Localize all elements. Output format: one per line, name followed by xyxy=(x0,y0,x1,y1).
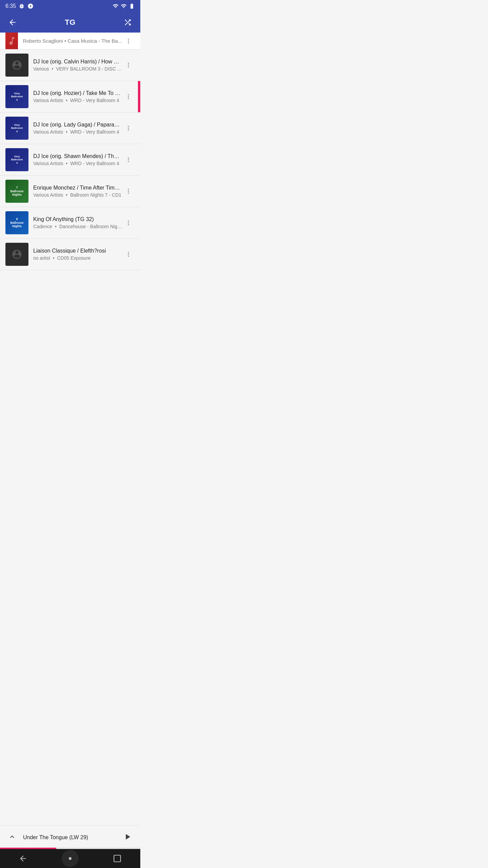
block-icon xyxy=(27,3,34,9)
signal-icon xyxy=(121,3,127,9)
song-meta: no artist • CD05 Exposure xyxy=(33,255,122,261)
list-item[interactable]: Liaison Classique / Elefth?rosi no artis… xyxy=(0,239,140,270)
app-bar: TG xyxy=(0,12,140,33)
more-button[interactable] xyxy=(122,216,135,229)
more-button[interactable] xyxy=(122,248,135,261)
song-artist: Various Artists xyxy=(33,192,63,198)
status-bar: 6:35 xyxy=(0,0,140,12)
album-art-ballroom7: 7BallroomNights xyxy=(5,180,28,203)
more-button[interactable] xyxy=(122,153,135,166)
song-artist: Various Artists xyxy=(33,161,63,166)
song-meta: Various Artists • WRD - Very Ballroom 4 xyxy=(33,129,122,135)
partial-song-meta: Roberto Scaglioni • Casa Musica - The Ba… xyxy=(23,38,122,44)
song-info: DJ Ice (orig. Shawn Mendes) / There'... … xyxy=(33,153,122,166)
song-artist: Various xyxy=(33,66,49,72)
song-artist: Cadence xyxy=(33,224,52,229)
list-item[interactable]: VeryBallroom4 DJ Ice (orig. Hozier) / Ta… xyxy=(0,81,140,113)
song-album: VERY BALLROOM 3 - DISC ONE xyxy=(56,66,122,72)
wifi-icon xyxy=(113,3,119,9)
more-button[interactable] xyxy=(122,185,135,198)
song-info: Enrique Monchez / Time After Time (... V… xyxy=(33,185,122,198)
song-title: King Of Anything (TG 32) xyxy=(33,216,122,222)
shuffle-button[interactable] xyxy=(121,15,135,29)
song-album: CD05 Exposure xyxy=(57,255,91,261)
song-info: DJ Ice (orig. Calvin Harris) / How Dee..… xyxy=(33,59,122,72)
list-item[interactable]: VeryBallroom4 DJ Ice (orig. Lady Gaga) /… xyxy=(0,113,140,144)
status-time: 6:35 xyxy=(5,3,16,9)
album-art-ballroom4-1: VeryBallroom4 xyxy=(5,85,28,108)
song-title: Liaison Classique / Elefth?rosi xyxy=(33,248,122,254)
song-info: Liaison Classique / Elefth?rosi no artis… xyxy=(33,248,122,261)
list-item[interactable]: 7BallroomNights Enrique Monchez / Time A… xyxy=(0,176,140,207)
song-album: WRD - Very Ballroom 4 xyxy=(70,161,119,166)
song-list: Roberto Scaglioni • Casa Musica - The Ba… xyxy=(0,33,140,314)
more-button[interactable] xyxy=(122,90,135,103)
partial-album-art xyxy=(5,33,18,50)
status-icons xyxy=(113,3,135,9)
more-button[interactable] xyxy=(122,122,135,135)
song-album: Ballroom Nights 7 - CD1 xyxy=(70,192,121,198)
back-button[interactable] xyxy=(5,15,20,29)
song-album: Dancehouse - Ballroom Nights... xyxy=(59,224,122,229)
song-meta: Various Artists • WRD - Very Ballroom 4 xyxy=(33,98,122,103)
song-title: DJ Ice (orig. Calvin Harris) / How Dee..… xyxy=(33,59,122,65)
more-button[interactable] xyxy=(122,59,135,72)
song-artist: no artist xyxy=(33,255,50,261)
list-item[interactable]: 8BallroomNights King Of Anything (TG 32)… xyxy=(0,207,140,239)
list-item[interactable]: DJ Ice (orig. Calvin Harris) / How Dee..… xyxy=(0,50,140,81)
album-art-ballroom4-2: VeryBallroom4 xyxy=(5,117,28,140)
song-title: Enrique Monchez / Time After Time (... xyxy=(33,185,122,191)
list-item[interactable]: VeryBallroom4 DJ Ice (orig. Shawn Mendes… xyxy=(0,144,140,176)
song-info: DJ Ice (orig. Hozier) / Take Me To Ch...… xyxy=(33,90,122,103)
song-meta: Various Artists • WRD - Very Ballroom 4 xyxy=(33,161,122,166)
song-meta: Various • VERY BALLROOM 3 - DISC ONE xyxy=(33,66,122,72)
song-title: DJ Ice (orig. Hozier) / Take Me To Ch... xyxy=(33,90,122,96)
partial-more-button[interactable] xyxy=(122,35,135,47)
song-title: DJ Ice (orig. Lady Gaga) / Paparazzi... xyxy=(33,122,122,128)
song-title: DJ Ice (orig. Shawn Mendes) / There'... xyxy=(33,153,122,159)
battery-icon xyxy=(129,3,135,9)
song-meta: Cadence • Dancehouse - Ballroom Nights..… xyxy=(33,224,122,229)
album-art-vinyl-1 xyxy=(5,54,28,77)
bug-icon xyxy=(19,3,25,9)
song-artist: Various Artists xyxy=(33,129,63,135)
song-album: WRD - Very Ballroom 4 xyxy=(70,98,119,103)
album-art-vinyl-2 xyxy=(5,243,28,266)
active-accent xyxy=(138,81,140,112)
song-info: DJ Ice (orig. Lady Gaga) / Paparazzi... … xyxy=(33,122,122,135)
page-title: TG xyxy=(65,18,76,27)
song-artist: Various Artists xyxy=(33,98,63,103)
album-art-ballroom8: 8BallroomNights xyxy=(5,211,28,234)
album-art-ballroom4-3: VeryBallroom4 xyxy=(5,148,28,171)
partial-item[interactable]: Roberto Scaglioni • Casa Musica - The Ba… xyxy=(0,33,140,50)
song-meta: Various Artists • Ballroom Nights 7 - CD… xyxy=(33,192,122,198)
song-info: King Of Anything (TG 32) Cadence • Dance… xyxy=(33,216,122,229)
song-album: WRD - Very Ballroom 4 xyxy=(70,129,119,135)
